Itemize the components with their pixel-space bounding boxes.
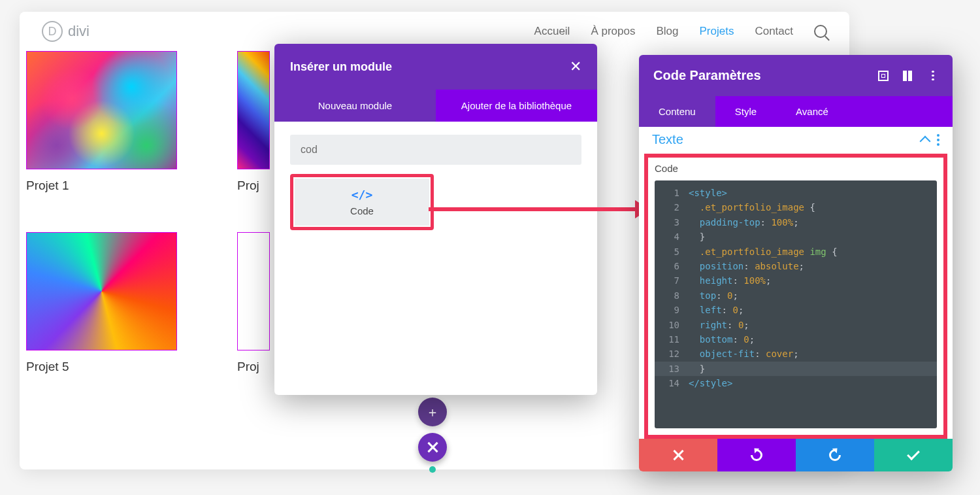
tab-advanced[interactable]: Avancé	[776, 96, 848, 127]
more-options-icon[interactable]	[928, 71, 938, 81]
modal-title: Insérer un module	[290, 60, 392, 74]
code-line: 5 .et_portfolio_image img {	[655, 245, 937, 259]
nav-accueil[interactable]: Accueil	[534, 25, 570, 38]
redo-icon	[826, 447, 843, 463]
code-line: 4 }	[655, 230, 937, 244]
portfolio-item-1[interactable]: Projet 1	[26, 51, 178, 193]
code-icon: </>	[304, 188, 420, 201]
settings-header-actions	[878, 71, 938, 81]
redo-button[interactable]	[796, 439, 874, 471]
check-icon	[907, 447, 920, 460]
chevron-up-icon[interactable]	[920, 135, 931, 146]
highlighted-result-frame: </> Code	[290, 174, 434, 230]
code-line: 13 }	[655, 362, 937, 376]
nav-contact[interactable]: Contact	[755, 25, 793, 38]
code-settings-panel: Code Paramètres Contenu Style Avancé Tex…	[639, 55, 953, 471]
tab-add-library[interactable]: Ajouter de la bibliothèque	[436, 90, 597, 122]
module-option-code[interactable]: </> Code	[295, 179, 429, 226]
portfolio-title: Projet 5	[26, 360, 178, 374]
code-line: 2 .et_portfolio_image {	[655, 200, 937, 214]
code-line: 10 right: 0;	[655, 318, 937, 332]
site-logo[interactable]: D divi	[42, 21, 90, 42]
settings-tabs: Contenu Style Avancé	[639, 96, 953, 127]
close-icon	[427, 442, 438, 452]
cancel-button[interactable]	[639, 439, 717, 471]
code-line: 9 left: 0;	[655, 303, 937, 317]
tab-content[interactable]: Contenu	[639, 96, 715, 127]
close-icon	[673, 450, 683, 460]
portfolio-thumbnail	[237, 51, 270, 169]
expand-icon[interactable]	[878, 71, 889, 81]
portfolio-thumbnail	[26, 232, 177, 350]
portfolio-thumbnail	[26, 51, 177, 169]
code-line: 8 top: 0;	[655, 288, 937, 303]
nav-projets[interactable]: Projets	[699, 25, 734, 38]
section-texte-header[interactable]: Texte	[639, 127, 953, 154]
module-label: Code	[304, 205, 420, 216]
code-line: 7 height: 100%;	[655, 273, 937, 288]
add-section-button[interactable]: ＋	[418, 398, 447, 426]
brand-name: divi	[68, 23, 90, 40]
portfolio-item-5[interactable]: Projet 5	[26, 232, 178, 374]
logo-icon: D	[42, 21, 63, 42]
annotation-arrow	[429, 207, 638, 211]
responsive-icon[interactable]	[903, 71, 913, 81]
portfolio-thumbnail	[237, 232, 270, 350]
builder-handle-icon[interactable]	[429, 466, 436, 473]
code-line: 11 bottom: 0;	[655, 332, 937, 347]
code-line: 3 padding-top: 100%;	[655, 215, 937, 230]
nav-blog[interactable]: Blog	[656, 25, 678, 38]
section-controls	[921, 134, 939, 146]
settings-footer	[639, 439, 953, 471]
modal-body: </> Code	[274, 122, 597, 243]
code-editor[interactable]: 1<style> 2 .et_portfolio_image { 3 paddi…	[655, 180, 937, 428]
section-menu-icon[interactable]	[937, 134, 939, 146]
section-label: Texte	[652, 132, 683, 147]
undo-icon	[748, 447, 764, 463]
tab-new-module[interactable]: Nouveau module	[274, 90, 436, 122]
tab-style[interactable]: Style	[715, 96, 776, 127]
insert-module-modal: Insérer un module ✕ Nouveau module Ajout…	[274, 44, 597, 395]
close-builder-button[interactable]	[418, 433, 447, 462]
modal-tabs: Nouveau module Ajouter de la bibliothèqu…	[274, 90, 597, 122]
field-label-code: Code	[655, 163, 937, 174]
modal-header: Insérer un module ✕	[274, 44, 597, 90]
portfolio-title: Projet 1	[26, 179, 178, 193]
settings-header: Code Paramètres	[639, 55, 953, 96]
primary-nav: Accueil À propos Blog Projets Contact	[534, 25, 827, 38]
code-line: 14</style>	[655, 376, 937, 390]
highlighted-code-frame: Code 1<style> 2 .et_portfolio_image { 3 …	[644, 154, 947, 439]
search-icon[interactable]	[814, 25, 827, 38]
undo-button[interactable]	[717, 439, 796, 471]
code-line: 1<style>	[655, 186, 937, 200]
settings-title: Code Paramètres	[653, 68, 761, 83]
module-search-input[interactable]	[290, 135, 581, 165]
code-line: 12 object-fit: cover;	[655, 347, 937, 361]
code-line: 6 position: absolute;	[655, 259, 937, 273]
save-button[interactable]	[874, 439, 953, 471]
nav-apropos[interactable]: À propos	[591, 25, 635, 38]
modal-close-button[interactable]: ✕	[570, 58, 581, 75]
